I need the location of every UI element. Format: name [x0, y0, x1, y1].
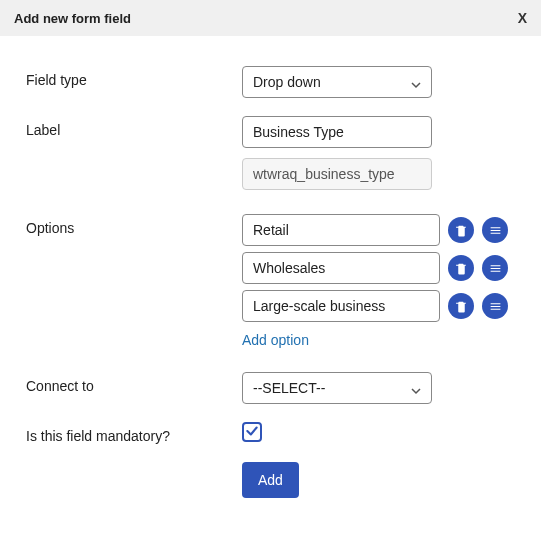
field-type-select[interactable]: Drop down: [242, 66, 432, 98]
chevron-down-icon: [411, 77, 421, 87]
chevron-down-icon: [411, 383, 421, 393]
menu-icon: [489, 300, 502, 313]
option-row: [242, 214, 515, 246]
label-label: Label: [26, 116, 242, 138]
slug-readonly: wtwraq_business_type: [242, 158, 432, 190]
reorder-option-button[interactable]: [482, 217, 508, 243]
option-input[interactable]: [242, 214, 440, 246]
menu-icon: [489, 262, 502, 275]
check-icon: [245, 424, 259, 441]
add-button[interactable]: Add: [242, 462, 299, 498]
reorder-option-button[interactable]: [482, 255, 508, 281]
mandatory-checkbox[interactable]: [242, 422, 262, 442]
connect-to-select[interactable]: --SELECT--: [242, 372, 432, 404]
mandatory-label: Is this field mandatory?: [26, 422, 242, 444]
label-input[interactable]: [242, 116, 432, 148]
modal-title: Add new form field: [14, 11, 131, 26]
field-type-label: Field type: [26, 66, 242, 88]
options-label: Options: [26, 214, 242, 236]
trash-icon: [455, 300, 468, 313]
connect-to-value: --SELECT--: [253, 380, 325, 396]
option-input[interactable]: [242, 252, 440, 284]
menu-icon: [489, 224, 502, 237]
slug-value: wtwraq_business_type: [253, 166, 395, 182]
option-row: [242, 252, 515, 284]
option-input[interactable]: [242, 290, 440, 322]
reorder-option-button[interactable]: [482, 293, 508, 319]
delete-option-button[interactable]: [448, 255, 474, 281]
delete-option-button[interactable]: [448, 217, 474, 243]
option-row: [242, 290, 515, 322]
connect-to-label: Connect to: [26, 372, 242, 394]
options-list: [242, 214, 515, 322]
add-option-link[interactable]: Add option: [242, 332, 309, 348]
delete-option-button[interactable]: [448, 293, 474, 319]
close-button[interactable]: X: [518, 10, 527, 26]
trash-icon: [455, 224, 468, 237]
form-body: Field type Drop down Label wtwraq_busine…: [0, 36, 541, 518]
modal-header: Add new form field X: [0, 0, 541, 36]
trash-icon: [455, 262, 468, 275]
field-type-value: Drop down: [253, 74, 321, 90]
